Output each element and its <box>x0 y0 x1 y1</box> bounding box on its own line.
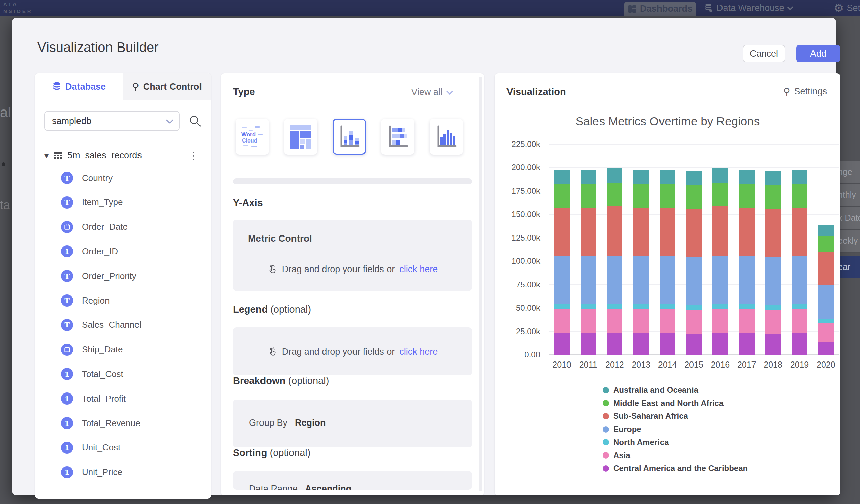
bar-segment-2014[interactable] <box>660 333 675 355</box>
bar-segment-2015[interactable] <box>686 172 702 186</box>
bar-segment-2017[interactable] <box>739 304 755 309</box>
chart-type-stacked-bar[interactable] <box>381 119 415 155</box>
breakdown-dropzone[interactable]: Group ByRegion <box>233 400 472 447</box>
legend-item[interactable]: Sub-Saharan Africa <box>603 411 688 421</box>
bar-segment-2013[interactable] <box>633 171 649 185</box>
bar-segment-2012[interactable] <box>607 304 622 309</box>
bar-segment-2010[interactable] <box>554 309 570 333</box>
field-row-total_cost[interactable]: 1Total_Cost <box>61 366 123 382</box>
bar-segment-2014[interactable] <box>660 309 675 333</box>
field-row-order_date[interactable]: Order_Date <box>61 219 128 235</box>
bar-segment-2020[interactable] <box>818 252 834 285</box>
cancel-button[interactable]: Cancel <box>743 45 785 62</box>
bar-segment-2011[interactable] <box>580 333 596 355</box>
tab-database[interactable]: Database <box>35 73 123 100</box>
bar-segment-2015[interactable] <box>686 257 702 305</box>
bar-segment-2018[interactable] <box>765 310 781 334</box>
bar-segment-2011[interactable] <box>580 184 596 207</box>
bar-segment-2019[interactable] <box>792 184 807 207</box>
bar-segment-2012[interactable] <box>607 169 622 183</box>
field-row-unit_cost[interactable]: 1Unit_Cost <box>61 440 120 456</box>
bar-segment-2011[interactable] <box>580 309 596 333</box>
bar-segment-2010[interactable] <box>554 184 570 207</box>
bar-segment-2017[interactable] <box>739 208 755 256</box>
sorting-dropzone[interactable]: Data RangeAscending <box>233 471 472 490</box>
chart-type-stacked-column[interactable] <box>333 119 366 155</box>
field-row-ship_date[interactable]: Ship_Date <box>61 342 123 358</box>
bar-segment-2016[interactable] <box>712 333 728 355</box>
bar-segment-2013[interactable] <box>633 208 649 256</box>
field-row-total_revenue[interactable]: 1Total_Revenue <box>61 415 140 431</box>
group-by-row[interactable]: Group ByRegion <box>249 418 326 428</box>
field-row-sales_channel[interactable]: TSales_Channel <box>61 317 141 333</box>
bar-segment-2020[interactable] <box>818 225 834 236</box>
bar-segment-2020[interactable] <box>818 236 834 252</box>
legend-item[interactable]: Australia and Oceania <box>603 385 698 395</box>
bar-segment-2020[interactable] <box>818 285 834 319</box>
legend-item[interactable]: Middle East and North Africa <box>603 398 723 408</box>
bar-segment-2016[interactable] <box>712 309 728 333</box>
bar-segment-2012[interactable] <box>607 333 622 355</box>
bar-segment-2017[interactable] <box>739 333 755 355</box>
bar-segment-2013[interactable] <box>633 256 649 304</box>
bar-segment-2014[interactable] <box>660 304 675 309</box>
view-all-button[interactable]: View all <box>411 87 452 97</box>
bar-segment-2010[interactable] <box>554 304 570 309</box>
bar-segment-2019[interactable] <box>792 256 807 304</box>
sorting-row[interactable]: Data RangeAscending <box>249 484 472 490</box>
bar-segment-2016[interactable] <box>712 206 728 255</box>
bar-segment-2018[interactable] <box>765 257 781 305</box>
legend-item[interactable]: Asia <box>603 450 631 461</box>
click-here-link[interactable]: click here <box>399 347 438 357</box>
vertical-scrollbar[interactable] <box>479 77 482 491</box>
chart-type-treemap[interactable] <box>284 119 317 155</box>
bar-segment-2020[interactable] <box>818 319 834 323</box>
bar-segment-2018[interactable] <box>765 305 781 310</box>
bar-segment-2016[interactable] <box>712 256 728 304</box>
bar-segment-2010[interactable] <box>554 208 570 256</box>
bar-segment-2015[interactable] <box>686 334 702 355</box>
chart-type-histogram[interactable] <box>430 119 463 155</box>
bar-segment-2012[interactable] <box>607 309 622 333</box>
field-row-total_profit[interactable]: 1Total_Profit <box>61 391 126 406</box>
bar-segment-2014[interactable] <box>660 184 675 207</box>
bar-segment-2011[interactable] <box>580 304 596 309</box>
bar-segment-2017[interactable] <box>739 184 755 207</box>
bar-segment-2018[interactable] <box>765 172 781 186</box>
bar-segment-2012[interactable] <box>607 256 622 304</box>
bar-segment-2014[interactable] <box>660 208 675 256</box>
bar-segment-2018[interactable] <box>765 334 781 355</box>
bar-segment-2010[interactable] <box>554 256 570 304</box>
bar-segment-2020[interactable] <box>818 323 834 342</box>
collapse-triangle-icon[interactable]: ▾ <box>44 151 48 160</box>
table-tree-item[interactable]: ▾ 5m_sales_records ⋮ <box>44 149 202 161</box>
bar-segment-2014[interactable] <box>660 171 675 185</box>
field-row-order_priority[interactable]: TOrder_Priority <box>61 268 137 284</box>
bar-segment-2017[interactable] <box>739 309 755 333</box>
bar-segment-2018[interactable] <box>765 185 781 208</box>
bar-segment-2019[interactable] <box>792 208 807 256</box>
bar-segment-2016[interactable] <box>712 183 728 206</box>
legend-item[interactable]: Central America and the Caribbean <box>603 463 748 473</box>
bar-segment-2010[interactable] <box>554 333 570 355</box>
legend-item[interactable]: North America <box>603 437 669 447</box>
add-button[interactable]: Add <box>796 45 840 62</box>
bar-segment-2017[interactable] <box>739 256 755 304</box>
metric-control-dropzone[interactable]: Metric Control Drag and drop your fields… <box>233 220 472 291</box>
group-by-label[interactable]: Group By <box>249 418 287 428</box>
tab-chart-control[interactable]: ⚲ Chart Control <box>123 73 211 100</box>
bar-segment-2016[interactable] <box>712 169 728 183</box>
horizontal-scrollbar[interactable] <box>233 178 472 184</box>
click-here-link[interactable]: click here <box>399 264 438 275</box>
field-row-order_id[interactable]: 1Order_ID <box>61 244 118 259</box>
chart-type-word-cloud[interactable]: Word Cloud <box>235 119 269 155</box>
bar-segment-2013[interactable] <box>633 333 649 355</box>
bar-segment-2018[interactable] <box>765 209 781 257</box>
bar-segment-2013[interactable] <box>633 304 649 309</box>
bar-segment-2016[interactable] <box>712 304 728 309</box>
bar-segment-2011[interactable] <box>580 171 596 185</box>
bar-segment-2013[interactable] <box>633 184 649 207</box>
bar-segment-2019[interactable] <box>792 171 807 185</box>
bar-segment-2019[interactable] <box>792 309 807 333</box>
bar-segment-2012[interactable] <box>607 206 622 255</box>
